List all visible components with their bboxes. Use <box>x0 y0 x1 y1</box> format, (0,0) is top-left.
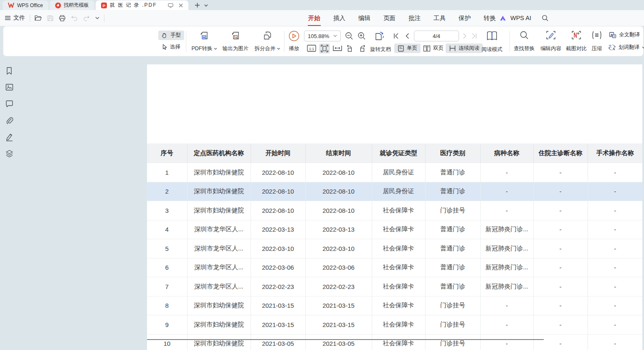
comment-icon[interactable] <box>5 100 13 107</box>
present-on-screen-icon[interactable] <box>168 3 173 8</box>
tab-insert[interactable]: 插入 <box>333 13 346 23</box>
svg-text:文: 文 <box>613 35 616 38</box>
bookmark-icon[interactable] <box>5 67 13 75</box>
signature-pen-icon[interactable] <box>5 133 13 141</box>
table-cell: - <box>533 258 588 277</box>
read-mode-label[interactable]: 阅读模式 <box>482 46 502 53</box>
read-mode-book-icon[interactable] <box>486 30 498 42</box>
ribbon-toolbar: 手型 选择 PDF转换 输出为图片 拆分合并 <box>3 26 644 56</box>
table-cell: - <box>533 182 588 201</box>
split-merge-button[interactable]: 拆分合并 <box>252 31 282 52</box>
rotate-left-icon[interactable] <box>346 44 354 52</box>
tab-page[interactable]: 页面 <box>383 13 396 23</box>
double-page-icon <box>423 45 431 52</box>
full-translate-button[interactable]: A文 全文翻译 <box>607 31 641 39</box>
next-page-icon[interactable] <box>463 33 467 39</box>
redo-icon[interactable] <box>83 15 90 21</box>
file-menu-button[interactable]: 文件 <box>5 14 25 22</box>
wps-ai-button[interactable]: WPS AI <box>510 15 531 21</box>
prev-page-icon[interactable] <box>405 33 409 39</box>
qat-more-chevron-icon[interactable] <box>95 17 99 19</box>
table-cell: 6 <box>147 258 187 277</box>
open-file-icon[interactable] <box>35 15 42 21</box>
play-button[interactable]: 播放 <box>287 31 302 52</box>
table-cell: 门诊挂号 <box>425 315 480 335</box>
find-replace-button[interactable]: 查找替换 <box>511 31 537 52</box>
tab-document-pdf[interactable]: P 就 医 记 录 .PDF <box>96 0 188 10</box>
undo-icon[interactable] <box>71 15 78 21</box>
compress-button[interactable]: 压缩 <box>588 31 606 52</box>
zoom-level-select[interactable]: 105.88% <box>304 31 341 41</box>
table-cell: 2022-08-10 <box>305 182 372 201</box>
pdf-page-canvas[interactable]: 序号定点医药机构名称开始时间结束时间就诊凭证类型医疗类别病种名称住院主诊断名称手… <box>147 64 642 350</box>
table-cell: - <box>588 334 642 350</box>
table-cell: 新冠肺炎门诊... <box>480 277 533 296</box>
table-cell: - <box>588 277 642 296</box>
rotate-doc-label[interactable]: 旋转文档 <box>370 46 391 53</box>
word-translate-button[interactable]: 文A 划词翻译 <box>606 43 644 52</box>
table-cell: 普通门诊 <box>425 258 480 277</box>
layers-icon[interactable] <box>5 150 13 158</box>
tab-convert[interactable]: 转换 <box>483 13 496 23</box>
table-header-cell: 手术操作名称 <box>588 143 642 163</box>
export-image-button[interactable]: 输出为图片 <box>220 31 251 52</box>
export-image-label: 输出为图片 <box>223 45 249 52</box>
tab-home[interactable]: 开始 <box>308 13 321 23</box>
tab-tools[interactable]: 工具 <box>433 13 446 23</box>
full-translate-icon: A文 <box>609 32 616 38</box>
tab-edit[interactable]: 编辑 <box>358 13 371 23</box>
hand-icon <box>162 32 168 38</box>
print-icon[interactable] <box>59 15 66 21</box>
compress-label: 压缩 <box>592 45 602 52</box>
table-cell: 深圳市妇幼保健院 <box>187 201 251 220</box>
table-cell: - <box>533 277 588 296</box>
table-cell: 社会保障卡 <box>372 258 425 277</box>
pdf-convert-icon <box>199 31 209 41</box>
screenshot-compare-button[interactable]: 截图对比 <box>563 31 589 52</box>
screenshot-compare-label: 截图对比 <box>566 45 587 52</box>
attachment-icon[interactable] <box>5 117 13 125</box>
rotate-pages-icon[interactable] <box>374 31 385 41</box>
select-tool-button[interactable]: 选择 <box>158 42 184 52</box>
thumbnail-icon[interactable] <box>5 84 13 91</box>
edit-content-button[interactable]: 编辑内容 <box>538 31 564 52</box>
tab-label: WPS Office <box>17 3 43 8</box>
zoom-in-icon[interactable] <box>357 32 366 40</box>
tab-list-chevron-icon[interactable] <box>204 4 208 7</box>
table-cell: 2021-03-05 <box>305 334 372 350</box>
zoom-out-icon[interactable] <box>345 32 353 40</box>
pdf-convert-button[interactable]: PDF转换 <box>188 31 220 52</box>
export-image-icon <box>231 31 241 41</box>
new-tab-button[interactable] <box>195 3 200 8</box>
last-page-icon[interactable] <box>471 33 477 39</box>
close-tab-icon[interactable] <box>179 3 183 8</box>
actual-size-icon[interactable]: 1:1 <box>307 45 316 52</box>
table-cell: 2021-03-15 <box>251 296 305 315</box>
table-row: 6深圳市龙华区人...2022-03-062022-03-06社会保障卡普通门诊… <box>147 258 642 277</box>
hand-tool-label: 手型 <box>170 32 181 39</box>
tab-protect[interactable]: 保护 <box>458 13 471 23</box>
file-menu-label: 文件 <box>13 14 25 22</box>
table-cell: - <box>533 334 588 350</box>
save-icon[interactable] <box>47 15 53 21</box>
single-page-button[interactable]: 单页 <box>394 43 421 53</box>
search-icon[interactable] <box>542 15 548 21</box>
table-cell: 深圳市妇幼保健院 <box>187 334 251 350</box>
table-cell: 2022-03-06 <box>251 258 305 277</box>
table-cell: 社会保障卡 <box>372 201 425 220</box>
fit-width-icon[interactable] <box>333 45 342 51</box>
table-cell: 深圳市妇幼保健院 <box>187 182 251 201</box>
table-header-cell: 住院主诊断名称 <box>533 143 588 163</box>
tab-comment[interactable]: 批注 <box>408 13 421 23</box>
hand-tool-button[interactable]: 手型 <box>158 31 184 40</box>
tab-docer-templates[interactable]: 找稻壳模板 <box>50 0 94 10</box>
split-merge-label: 拆分合并 <box>255 45 276 52</box>
fit-page-icon[interactable] <box>319 43 330 54</box>
page-number-input[interactable]: 4/4 <box>414 31 459 41</box>
table-header-cell: 就诊凭证类型 <box>372 143 425 163</box>
svg-text:A: A <box>612 47 615 51</box>
first-page-icon[interactable] <box>393 33 399 39</box>
tab-wps-office[interactable]: WPS Office <box>3 0 48 10</box>
continuous-read-button[interactable]: 连续阅读 <box>446 43 483 53</box>
rotate-right-icon[interactable] <box>358 44 366 52</box>
